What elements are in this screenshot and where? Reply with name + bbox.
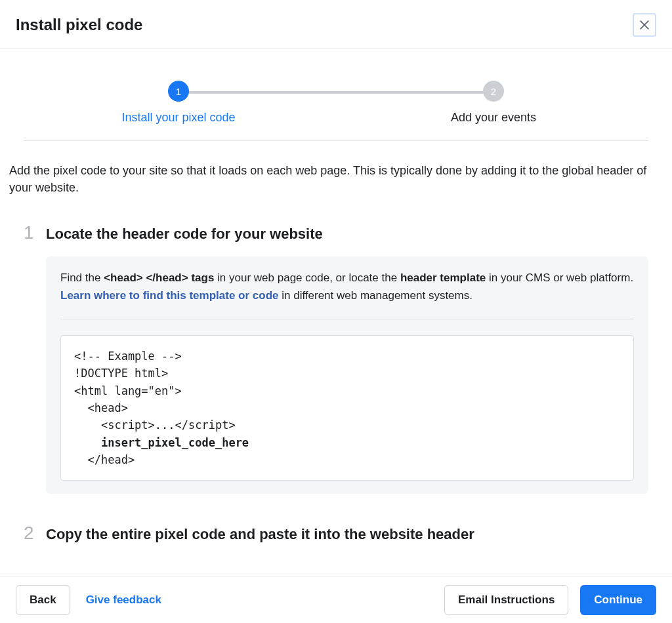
section-1-title: Locate the header code for your website [46, 226, 323, 243]
head-tags-bold: <head> </head> tags [104, 271, 214, 284]
step-2[interactable]: 2 Add your events [415, 81, 572, 125]
section-2-number: 2 [24, 523, 37, 544]
insert-pixel-placeholder: insert_pixel_code_here [74, 436, 249, 449]
section-2-title: Copy the entire pixel code and paste it … [46, 526, 474, 543]
section-1-number: 1 [24, 222, 37, 243]
step-2-circle: 2 [483, 81, 504, 102]
section-1: 1 Locate the header code for your websit… [24, 222, 648, 494]
section-2: 2 Copy the entire pixel code and paste i… [24, 523, 648, 544]
modal-title: Install pixel code [16, 16, 142, 34]
email-instructions-button[interactable]: Email Instructions [444, 585, 568, 615]
step-1-label: Install your pixel code [121, 111, 235, 125]
step-2-label: Add your events [451, 111, 536, 125]
give-feedback-link[interactable]: Give feedback [82, 586, 165, 614]
intro-text: Add the pixel code to your site so that … [8, 162, 664, 196]
close-icon [638, 18, 651, 31]
section-1-box: Find the <head> </head> tags in your web… [46, 256, 648, 494]
modal-content: 1 Install your pixel code 2 Add your eve… [0, 49, 672, 582]
code-example: <!-- Example --> !DOCTYPE html> <html la… [60, 335, 634, 481]
modal-footer: Back Give feedback Email Instructions Co… [0, 576, 672, 623]
stepper: 1 Install your pixel code 2 Add your eve… [24, 49, 648, 141]
step-1-circle: 1 [168, 81, 189, 102]
continue-button[interactable]: Continue [580, 585, 656, 615]
divider [60, 319, 634, 319]
back-button[interactable]: Back [16, 585, 70, 615]
section-1-description: Find the <head> </head> tags in your web… [60, 270, 634, 304]
modal-header: Install pixel code [0, 0, 672, 49]
close-button[interactable] [633, 13, 656, 37]
learn-template-link[interactable]: Learn where to find this template or cod… [60, 289, 279, 302]
step-1[interactable]: 1 Install your pixel code [100, 81, 257, 125]
header-template-bold: header template [400, 271, 486, 284]
